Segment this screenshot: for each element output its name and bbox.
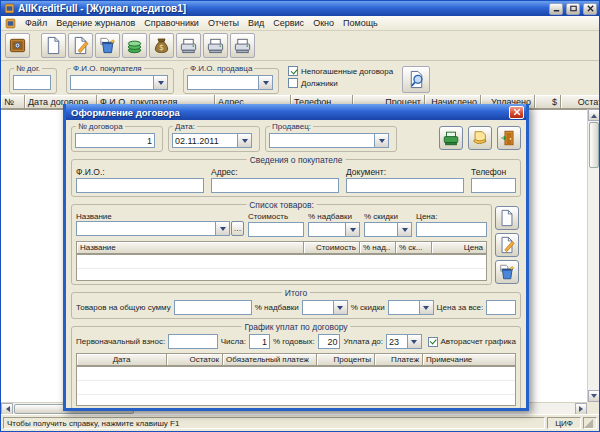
pay-until-label: Уплата до: — [343, 337, 383, 346]
schedule-group-title: График уплат по договору — [241, 322, 350, 332]
buyer-filter-combo[interactable] — [70, 75, 168, 90]
menu-view[interactable]: Вид — [248, 18, 264, 28]
total-discount-combo[interactable] — [388, 300, 434, 315]
vault-button[interactable] — [5, 33, 30, 58]
contract-no-group: № договора 1 — [71, 126, 163, 152]
down-payment-input[interactable] — [168, 334, 218, 349]
chevron-down-icon[interactable] — [153, 76, 167, 89]
unpaid-checkbox[interactable] — [288, 66, 298, 76]
print-button-2[interactable] — [203, 33, 228, 58]
goods-price-input[interactable] — [416, 222, 487, 237]
goods-markup-label: % надбавки — [308, 212, 360, 221]
chevron-down-icon[interactable] — [374, 134, 388, 147]
menu-help[interactable]: Помощь — [343, 18, 378, 28]
autocalc-label: Авторасчет графика — [441, 337, 516, 346]
new-contract-button[interactable] — [41, 33, 66, 58]
col-remainder[interactable]: Остаток — [561, 95, 599, 109]
menu-reports[interactable]: Отчеты — [208, 18, 239, 28]
save-contract-button[interactable] — [468, 126, 492, 150]
menu-window[interactable]: Окно — [313, 18, 334, 28]
cashbox-button[interactable] — [149, 33, 174, 58]
debtors-checkbox[interactable] — [288, 78, 298, 88]
chevron-down-icon[interactable] — [407, 335, 421, 348]
chevron-down-icon[interactable] — [345, 223, 359, 236]
menu-file[interactable]: Файл — [25, 18, 47, 28]
address-input[interactable] — [211, 178, 339, 193]
title-bar: AllKreditFull - [Журнал кредитов1] — [1, 1, 599, 16]
dialog-header-row: № договора 1 Дата: 02.11.2011 Продавец: — [71, 126, 521, 152]
close-button[interactable] — [583, 3, 597, 15]
print-contract-button[interactable] — [439, 126, 463, 150]
unpaid-checkbox-row[interactable]: Непогашенные договора — [288, 66, 393, 76]
vertical-scroll-thumb[interactable] — [589, 122, 599, 168]
vault-icon — [8, 36, 27, 55]
goods-markup-combo[interactable] — [308, 222, 360, 237]
green-printer-icon — [442, 129, 460, 147]
restore-button[interactable] — [566, 3, 580, 15]
goods-col-cost: Стоимость — [304, 242, 360, 254]
chevron-down-icon[interactable] — [258, 76, 272, 89]
edit-item-button[interactable] — [495, 233, 519, 257]
delete-trash-icon — [498, 263, 516, 281]
goods-discount-combo[interactable] — [364, 222, 412, 237]
phone-label: Телефон — [471, 167, 516, 177]
rate-input[interactable]: 20 — [318, 334, 341, 349]
col-number[interactable]: № — [1, 95, 25, 109]
total-sum-input[interactable] — [174, 300, 252, 315]
schedule-body[interactable] — [76, 366, 516, 406]
window-title: AllKreditFull - [Журнал кредитов1] — [18, 3, 546, 14]
goods-cost-input[interactable] — [248, 222, 304, 237]
chevron-down-icon[interactable] — [333, 301, 347, 314]
debtors-checkbox-row[interactable]: Должники — [288, 78, 393, 88]
date-picker[interactable]: 02.11.2011 — [172, 133, 252, 148]
delete-contract-button[interactable] — [95, 33, 120, 58]
fio-input[interactable] — [76, 178, 204, 193]
search-button[interactable] — [402, 66, 430, 93]
total-discount-label: % скидки — [351, 303, 385, 312]
chevron-down-icon[interactable] — [237, 134, 251, 147]
minimize-button[interactable] — [549, 3, 563, 15]
rate-label: % годовых: — [273, 337, 315, 346]
date-group: Дата: 02.11.2011 — [168, 126, 260, 152]
add-item-button[interactable] — [495, 206, 519, 230]
goods-list-header: Название Стоимость % над.. % ск... Цена — [76, 241, 487, 254]
autocalc-checkbox[interactable] — [428, 337, 438, 347]
chevron-down-icon[interactable] — [419, 301, 433, 314]
print-button-3[interactable] — [230, 33, 255, 58]
exit-dialog-button[interactable] — [497, 126, 521, 150]
payments-button[interactable] — [122, 33, 147, 58]
scroll-up-button[interactable] — [588, 109, 600, 121]
total-price-input[interactable] — [486, 300, 516, 315]
col-currency[interactable]: $ — [535, 95, 561, 109]
scroll-down-button[interactable] — [588, 390, 600, 402]
vertical-scrollbar[interactable] — [587, 109, 599, 402]
seller-filter-label: Ф.И.О. продавца — [188, 64, 254, 73]
goods-name-combo[interactable] — [76, 221, 230, 236]
dialog-close-button[interactable] — [509, 106, 524, 119]
chevron-down-icon[interactable] — [215, 222, 229, 235]
delete-item-button[interactable] — [495, 260, 519, 284]
day-input[interactable]: 1 — [249, 334, 270, 349]
contract-no-filter-input[interactable] — [13, 75, 51, 90]
document-input[interactable] — [346, 178, 464, 193]
phone-input[interactable] — [471, 178, 516, 193]
edit-contract-button[interactable] — [68, 33, 93, 58]
menu-service[interactable]: Сервис — [273, 18, 304, 28]
buyer-filter-group: Ф.И.О. покупателя — [66, 68, 174, 94]
seller-combo[interactable] — [269, 133, 389, 148]
total-markup-combo[interactable] — [302, 300, 348, 315]
menu-journals[interactable]: Ведение журналов — [56, 18, 135, 28]
goods-more-button[interactable]: … — [231, 221, 244, 236]
menu-directories[interactable]: Справочники — [144, 18, 199, 28]
chevron-down-icon[interactable] — [397, 223, 411, 236]
seller-label: Продавец: — [270, 122, 313, 131]
contract-no-input[interactable]: 1 — [75, 133, 155, 148]
toolbar — [1, 31, 599, 61]
pay-until-combo[interactable]: 23 — [386, 334, 422, 349]
goods-list-body[interactable] — [76, 254, 487, 281]
day-label: Числа: — [221, 337, 246, 346]
address-label: Адрес: — [211, 167, 339, 177]
seller-filter-combo[interactable] — [187, 75, 273, 90]
print-button-1[interactable] — [176, 33, 201, 58]
status-bar: Чтобы получить справку, нажмите клавишу … — [1, 414, 599, 431]
